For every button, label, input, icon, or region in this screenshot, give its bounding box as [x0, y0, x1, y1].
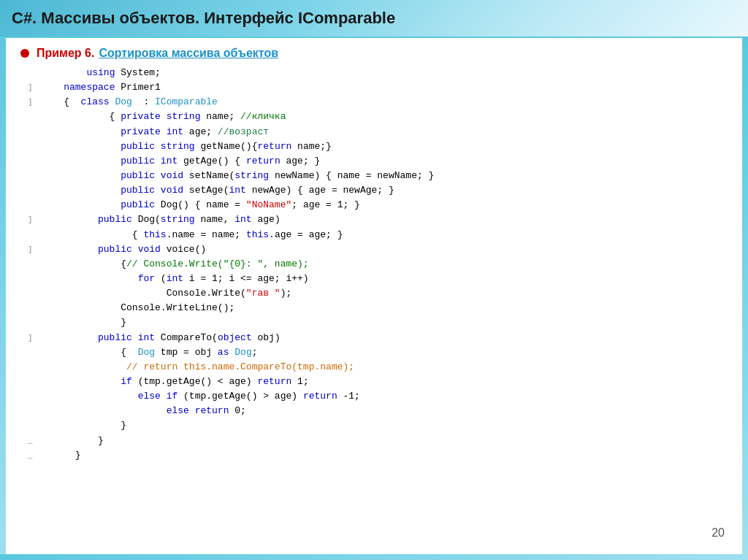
code-line-18: }	[28, 315, 728, 330]
code-line-9: public void setAge(int newAge) { age = n…	[28, 183, 728, 198]
code-line-8: public void setName(string newName) { na…	[28, 169, 728, 183]
example-label: Пример 6.	[37, 47, 94, 60]
code-line-22: if (tmp.getAge() < age) return 1;	[28, 375, 728, 389]
main-content: Пример 6. Сортировка массива объектов us…	[6, 38, 742, 554]
code-line-21: // return this.name.CompareTo(tmp.name);	[28, 360, 728, 375]
code-line-14: {// Console.Write("{0}: ", name);	[28, 257, 728, 272]
code-line-11: ] public Dog(string name, int age)	[28, 212, 728, 227]
bullet-dot	[20, 49, 29, 58]
code-line-4: { private string name; //кличка	[28, 110, 728, 124]
left-accent-bar	[0, 38, 6, 560]
code-line-27: _ }	[28, 448, 728, 463]
code-line-1: using System;	[28, 66, 728, 80]
code-line-26: _ }	[28, 434, 728, 448]
code-line-25: }	[28, 418, 728, 433]
code-line-12: { this.name = name; this.age = age; }	[28, 228, 728, 242]
code-line-5: private int age; //возраст	[28, 125, 728, 139]
slide-title: C#. Массивы объектов. Интерфейс ICompara…	[12, 9, 395, 28]
code-line-24: else return 0;	[28, 404, 728, 418]
code-line-16: Console.Write("гав ");	[28, 286, 728, 301]
code-block: using System; ] namespace Primer1 ] { cl…	[20, 66, 728, 463]
code-line-23: else if (tmp.getAge() > age) return -1;	[28, 389, 728, 404]
right-accent-bar	[742, 38, 748, 560]
code-line-6: public string getName(){return name;}	[28, 139, 728, 154]
code-line-15: for (int i = 1; i <= age; i++)	[28, 272, 728, 286]
header-bar: C#. Массивы объектов. Интерфейс ICompara…	[0, 0, 748, 38]
code-line-2: ] namespace Primer1	[28, 80, 728, 95]
code-line-10: public Dog() { name = "NoName"; age = 1;…	[28, 198, 728, 212]
code-line-17: Console.WriteLine();	[28, 301, 728, 315]
page-number: 20	[711, 526, 725, 540]
bullet-row: Пример 6. Сортировка массива объектов	[20, 47, 728, 60]
code-line-7: public int getAge() { return age; }	[28, 154, 728, 169]
code-line-20: { Dog tmp = obj as Dog;	[28, 345, 728, 360]
code-line-13: ] public void voice()	[28, 242, 728, 257]
code-line-3: ] { class Dog : IComparable	[28, 95, 728, 110]
code-line-19: ] public int CompareTo(object obj)	[28, 331, 728, 345]
example-title: Сортировка массива объектов	[99, 47, 278, 60]
bottom-accent-bar	[0, 554, 748, 560]
